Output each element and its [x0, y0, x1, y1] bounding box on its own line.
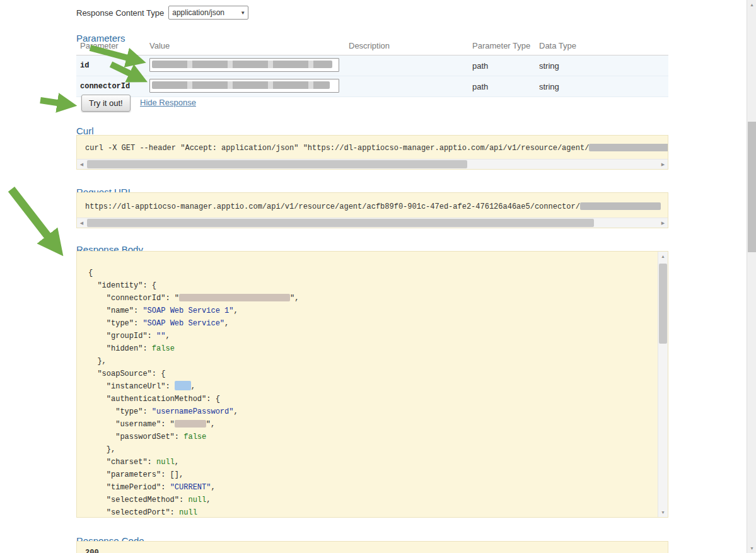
table-row-id: id path string [76, 55, 668, 76]
response-body-vertical-scrollbar[interactable]: ▲ ▼ [658, 252, 668, 517]
response-content-type-label: Response Content Type [76, 8, 164, 18]
response-content-type-row: Response Content Type application/json ▼ [76, 6, 248, 20]
column-data-type: Data Type [539, 41, 668, 50]
scroll-left-icon[interactable]: ◀ [77, 160, 86, 169]
request-url-horizontal-scrollbar[interactable]: ◀ ▶ [77, 218, 668, 228]
response-body-block: { "identity": { "connectorId": "", "name… [76, 251, 668, 518]
redacted-value [152, 61, 332, 68]
curl-horizontal-scrollbar[interactable]: ◀ ▶ [77, 159, 668, 169]
scroll-down-icon[interactable]: ▼ [658, 508, 668, 517]
response-code-value: 200 [77, 542, 668, 553]
connectorid-value-input[interactable] [149, 79, 339, 93]
try-it-out-button[interactable]: Try it out! [81, 95, 131, 112]
curl-command-block: curl -X GET --header "Accept: applicatio… [76, 135, 668, 170]
response-body-code: { "identity": { "connectorId": "", "name… [77, 252, 668, 525]
scroll-up-icon[interactable]: ▲ [658, 252, 668, 261]
parameters-table-header: Parameter Value Description Parameter Ty… [76, 39, 668, 55]
swagger-operation-panel: Response Content Type application/json ▼… [0, 0, 756, 553]
param-type-connectorid: path [472, 82, 539, 91]
data-type-connectorid: string [539, 82, 668, 91]
redacted-value [175, 381, 191, 390]
hide-response-link[interactable]: Hide Response [140, 98, 196, 107]
response-content-type-select[interactable]: application/json ▼ [168, 6, 248, 20]
parameters-table: Parameter Value Description Parameter Ty… [76, 39, 668, 97]
scroll-up-icon[interactable]: ▲ [747, 0, 756, 9]
scroll-right-icon[interactable]: ▶ [658, 160, 668, 169]
column-description: Description [349, 41, 472, 50]
id-value-input[interactable] [149, 58, 339, 72]
redacted-value [175, 420, 206, 428]
request-url-text: https://dl-apptiocso-manager.apptio.com/… [77, 193, 668, 211]
data-type-id: string [539, 61, 668, 71]
chevron-down-icon: ▼ [240, 10, 245, 16]
redacted-value [580, 202, 661, 210]
green-arrow-try-button [40, 100, 61, 103]
column-parameter: Parameter [80, 41, 149, 50]
curl-command-text: curl -X GET --header "Accept: applicatio… [77, 136, 668, 153]
scrollbar-thumb[interactable] [87, 219, 594, 227]
redacted-value [152, 81, 330, 89]
response-code-block: 200 [76, 541, 668, 553]
scroll-left-icon[interactable]: ◀ [77, 218, 86, 228]
param-type-id: path [472, 61, 539, 71]
table-row-connectorid: connectorId path string [76, 76, 668, 97]
column-parameter-type: Parameter Type [472, 41, 539, 50]
scrollbar-thumb[interactable] [659, 264, 667, 344]
param-name-connectorid: connectorId [80, 82, 149, 91]
request-url-block: https://dl-apptiocso-manager.apptio.com/… [76, 192, 668, 228]
green-arrow-response-body [11, 189, 50, 240]
column-value: Value [149, 41, 349, 50]
response-content-type-value: application/json [172, 8, 224, 17]
redacted-value [589, 144, 668, 151]
scroll-right-icon[interactable]: ▶ [658, 218, 668, 228]
scrollbar-thumb[interactable] [748, 122, 756, 252]
scrollbar-thumb[interactable] [87, 160, 467, 168]
scroll-down-icon[interactable]: ▼ [747, 544, 756, 553]
param-name-id: id [80, 61, 149, 70]
browser-vertical-scrollbar[interactable]: ▲ ▼ [747, 0, 756, 553]
redacted-value [179, 294, 290, 301]
